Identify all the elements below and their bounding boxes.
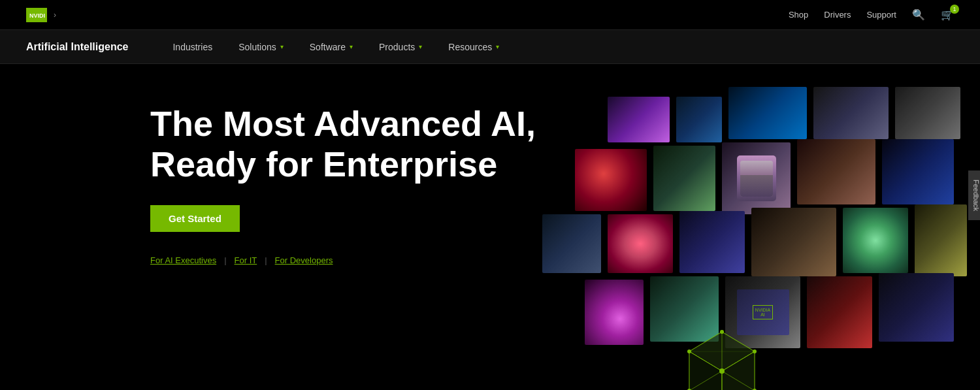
- secondary-nav: Artificial Intelligence Industries Solut…: [0, 30, 980, 64]
- mosaic-tile-20: [807, 276, 872, 348]
- nav-industries-label: Industries: [172, 42, 212, 52]
- mosaic-tile-21: [879, 273, 954, 342]
- for-ai-executives-link[interactable]: For AI Executives: [150, 255, 216, 265]
- mosaic-tile-4: [813, 87, 889, 139]
- svg-point-15: [719, 368, 725, 374]
- mosaic-tile-13: [679, 211, 745, 273]
- mosaic-tile-15: [843, 208, 908, 273]
- mosaic-tile-5: [895, 87, 960, 139]
- nav-products-label: Products: [379, 42, 415, 52]
- mosaic-tile-8: [722, 142, 791, 214]
- cart-container[interactable]: 🛒 1: [941, 8, 954, 21]
- nav-products[interactable]: Products ▾: [366, 30, 435, 64]
- top-nav-right: Shop Drivers Support 🔍 🛒 1: [789, 8, 954, 21]
- search-icon[interactable]: 🔍: [912, 8, 925, 21]
- mosaic-tile-1: [608, 97, 670, 142]
- nvidia-logo-box: NVIDIA: [26, 8, 47, 22]
- products-chevron-icon: ▾: [419, 43, 422, 50]
- hero-title-line1: The Most Advanced AI,: [150, 104, 536, 143]
- drivers-link[interactable]: Drivers: [824, 10, 851, 20]
- for-it-link[interactable]: For IT: [235, 255, 257, 265]
- mosaic-tile-16: [915, 204, 967, 276]
- mosaic-tile-3: [728, 87, 807, 139]
- mosaic-tile-2: [676, 97, 722, 142]
- get-started-button[interactable]: Get Started: [150, 205, 240, 232]
- secondary-nav-links: Industries Solutions ▾ Software ▾ Produc…: [159, 30, 512, 64]
- nav-resources-label: Resources: [448, 42, 492, 52]
- nav-solutions[interactable]: Solutions ▾: [225, 30, 297, 64]
- software-chevron-icon: ▾: [350, 43, 353, 50]
- support-link[interactable]: Support: [866, 10, 896, 20]
- mosaic-tile-9: [797, 139, 875, 204]
- nvidia-logo[interactable]: NVIDIA ›: [26, 8, 56, 22]
- hero-content: The Most Advanced AI, Ready for Enterpri…: [150, 103, 608, 265]
- resources-chevron-icon: ▾: [496, 43, 499, 50]
- logo-chevron-icon: ›: [54, 10, 56, 20]
- svg-text:NVIDIA: NVIDIA: [29, 12, 45, 19]
- top-nav: NVIDIA › Shop Drivers Support 🔍 🛒 1: [0, 0, 980, 30]
- hero-title-line2: Ready for Enterprise: [150, 144, 497, 184]
- page-brand: Artificial Intelligence: [26, 41, 128, 53]
- cart-count-badge: 1: [950, 5, 959, 14]
- neural-cube-icon: [679, 325, 764, 390]
- top-nav-left: NVIDIA ›: [26, 8, 56, 22]
- separator-1: |: [224, 255, 226, 265]
- hero-audience-links: For AI Executives | For IT | For Develop…: [150, 255, 608, 265]
- nav-software[interactable]: Software ▾: [297, 30, 366, 64]
- mosaic-tile-17: [585, 280, 644, 345]
- hero-section: The Most Advanced AI, Ready for Enterpri…: [0, 64, 980, 390]
- nav-software-label: Software: [310, 42, 346, 52]
- mosaic-tile-10: [882, 139, 954, 204]
- nav-resources[interactable]: Resources ▾: [435, 30, 512, 64]
- nav-industries[interactable]: Industries: [159, 30, 225, 64]
- mosaic-tile-12: [608, 214, 673, 273]
- shop-link[interactable]: Shop: [789, 10, 808, 20]
- feedback-tab[interactable]: Feedback: [968, 170, 980, 219]
- solutions-chevron-icon: ▾: [280, 43, 284, 50]
- hero-title: The Most Advanced AI, Ready for Enterpri…: [150, 103, 608, 184]
- mosaic-tile-14: [751, 208, 836, 276]
- mosaic-tile-7: [653, 146, 715, 211]
- separator-2: |: [265, 255, 267, 265]
- nav-solutions-label: Solutions: [238, 42, 276, 52]
- for-developers-link[interactable]: For Developers: [275, 255, 333, 265]
